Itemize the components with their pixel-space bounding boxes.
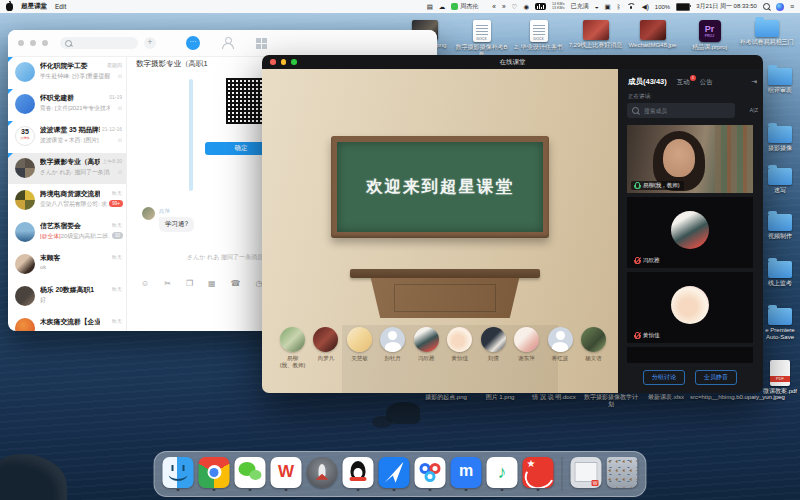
collapse-panel-icon[interactable]: ⇥: [751, 78, 757, 86]
window-minimize-button[interactable]: [30, 40, 36, 46]
desktop-icon[interactable]: PrPROJ精品课.prproj: [681, 20, 738, 58]
emoji-icon[interactable]: ☺: [141, 279, 149, 289]
desktop-icon[interactable]: DOCX数字摄影摄像补考B卷: [453, 20, 510, 58]
participant[interactable]: 彭牡丹: [376, 327, 409, 368]
keychain-icon[interactable]: ◒: [595, 3, 599, 10]
video-tile[interactable]: 黄怡佳: [627, 272, 753, 343]
apps-tab-icon[interactable]: [256, 38, 267, 49]
volume-icon[interactable]: ◀): [642, 3, 649, 11]
mute-all-button[interactable]: 全员静音: [695, 370, 737, 385]
video-tile-teacher[interactable]: 易柳(我，教师): [627, 125, 753, 193]
dock-app-qq-music[interactable]: ♪: [487, 457, 518, 492]
network-speed[interactable]: 14 KB/s13 KB/s: [552, 3, 565, 10]
conversation-item[interactable]: 杨乐 20数媒高职1昨天 好: [8, 281, 126, 312]
participant[interactable]: 黄怡佳: [443, 327, 476, 368]
camera-icon[interactable]: ▤: [427, 3, 433, 11]
dock-app-blue-plane[interactable]: [379, 457, 410, 492]
add-button[interactable]: +: [144, 37, 156, 49]
control-center-icon[interactable]: ≡: [790, 3, 794, 10]
conversation-item[interactable]: 怀职党建群01-19 贾春: [文件]2021年专业技术人…⍾: [8, 89, 126, 120]
spotlight-icon[interactable]: [763, 3, 770, 10]
screenshot-icon[interactable]: ✂: [164, 279, 171, 289]
menu-edit[interactable]: Edit: [55, 3, 66, 10]
conversation-item[interactable]: 末顾客昨天 ok: [8, 249, 126, 280]
menu-datetime[interactable]: 3月21日 周一 08:33:50: [696, 2, 757, 11]
participant[interactable]: 向梦凡: [309, 327, 342, 368]
conversation-item[interactable]: 怀化职院学工委星期四 学生处钟峰: [分享]重要提醒！ …⍾: [8, 57, 126, 88]
desktop-icon[interactable]: 7.29线上比赛好消息: [567, 20, 624, 58]
file-icon[interactable]: ❐: [186, 279, 193, 289]
bluetooth-icon[interactable]: ᛒ: [617, 3, 621, 10]
battery-icon[interactable]: [676, 3, 690, 11]
member-search[interactable]: [627, 103, 735, 118]
conversation-item[interactable]: 跨境电商货源交流群昨天 壹柒八八贸易有限公司: 求…99+: [8, 185, 126, 216]
video-tile[interactable]: 冯欣雅: [627, 197, 753, 268]
audio-meter-icon[interactable]: [535, 3, 546, 10]
desktop-icon[interactable]: 线上监考: [760, 261, 800, 287]
member-search-input[interactable]: [642, 107, 726, 115]
siri-icon[interactable]: [776, 3, 784, 11]
apple-menu[interactable]: [6, 3, 13, 11]
desktop-icon[interactable]: src=http__hbimg.b0.upaiy_yun.jpeg: [690, 394, 746, 401]
dock-app-finder[interactable]: [163, 457, 194, 492]
classroom-titlebar[interactable]: 在线课堂: [262, 55, 763, 69]
tab-announce[interactable]: 公告: [700, 78, 713, 87]
dock-app-tri-ring[interactable]: [415, 457, 446, 492]
conversation-item-selected[interactable]: 数字摄影专业（高职1上午8:30 さんか れあ: 撤回了一条消息⍾: [8, 153, 126, 184]
desktop-icon[interactable]: 视频制作: [760, 214, 800, 240]
window-zoom-button[interactable]: [42, 40, 48, 46]
dock-app-chaoxing[interactable]: [523, 457, 554, 492]
chat-search-input[interactable]: [75, 39, 129, 47]
desktop-icon[interactable]: DOCX2. 毕业设计任务书: [510, 20, 567, 58]
messages-tab-icon[interactable]: [186, 36, 200, 50]
conversation-item[interactable]: 信艺系宿委会昨天 [@全体]20级室内高职二班… 30: [8, 217, 126, 248]
wifi-icon[interactable]: [627, 3, 636, 10]
call-icon[interactable]: ☎: [231, 279, 241, 289]
dock-app-m[interactable]: m: [451, 457, 482, 492]
dock-downloads[interactable]: [571, 457, 602, 492]
participant[interactable]: 冯欣雅: [410, 327, 443, 368]
desktop-icon[interactable]: 微课教案.pdf: [760, 360, 800, 395]
menu-app-name[interactable]: 超星课堂: [21, 2, 47, 11]
dock-trash[interactable]: [607, 457, 638, 492]
window-close-button[interactable]: [18, 40, 24, 46]
conversation-item[interactable]: 35品牌班 波波课堂 35 期品牌班21-12-16 波波课堂＋木西: [图片]…: [8, 121, 126, 152]
image-icon[interactable]: ▦: [208, 279, 216, 289]
next-track-icon[interactable]: »: [502, 3, 506, 10]
sort-toggle[interactable]: A|Z: [750, 107, 758, 113]
desktop-icon[interactable]: 图片 1.png: [478, 394, 522, 401]
desktop-icon[interactable]: 数字摄影摄像教学计划: [582, 394, 640, 408]
desktop-icon[interactable]: 情 况 说 明.docx: [528, 394, 580, 401]
dock-app-qq[interactable]: [343, 457, 374, 492]
desktop-icon[interactable]: 最新课表.xlsx: [644, 394, 688, 401]
tab-interact[interactable]: 互动1: [677, 78, 690, 87]
qq-menubar-icon[interactable]: ▣: [605, 3, 611, 11]
scroll-indicator[interactable]: [189, 79, 193, 191]
desktop-icon[interactable]: 补考试卷易易相三门: [738, 20, 795, 58]
contacts-tab-icon[interactable]: [222, 37, 234, 49]
cloud-icon[interactable]: ☁: [439, 3, 446, 11]
participant[interactable]: 蒋红波: [544, 327, 577, 368]
desktop-icon[interactable]: e Premiere Auto-Save: [760, 308, 800, 341]
participant[interactable]: 刘倩: [477, 327, 510, 368]
tab-members[interactable]: 成员(43/43): [628, 77, 667, 87]
dock-app-wechat[interactable]: [235, 457, 266, 492]
desktop-icon[interactable]: 速写: [760, 168, 800, 194]
participant[interactable]: 易柳(我、教师): [276, 327, 309, 368]
desktop-icon[interactable]: WechatIMG48.jpe: [624, 20, 681, 58]
now-playing[interactable]: 周杰伦: [451, 2, 478, 11]
sender-avatar[interactable]: [142, 207, 155, 220]
dock-app-chrome[interactable]: [199, 457, 230, 492]
record-icon[interactable]: ◉: [523, 3, 529, 11]
dock-app-wps[interactable]: W: [271, 457, 302, 492]
participant[interactable]: 谢东萍: [510, 327, 543, 368]
chat-search[interactable]: [60, 37, 138, 49]
participant[interactable]: 吴慧敏: [343, 327, 376, 368]
heart-icon[interactable]: ♡: [512, 3, 518, 11]
group-discussion-button[interactable]: 分组讨论: [643, 370, 685, 385]
desktop-icon[interactable]: 摄影摄像: [760, 126, 800, 152]
desktop-icon[interactable]: 组评审表: [760, 68, 800, 94]
conversation-item[interactable]: 木疾痛交流群【企业】昨天: [8, 313, 126, 331]
desktop-icon[interactable]: 摄影的起点.png: [420, 394, 472, 401]
prev-track-icon[interactable]: «: [492, 3, 496, 10]
